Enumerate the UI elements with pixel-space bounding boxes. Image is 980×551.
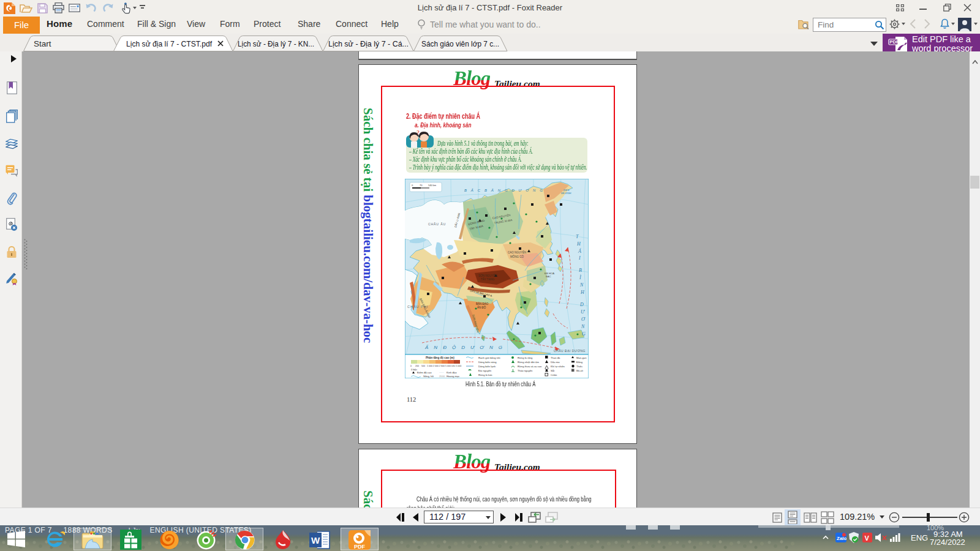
- svg-text:Đài nguyên: Đài nguyên: [478, 369, 492, 372]
- svg-text:Ấ N Đ Ộ D Ư Ơ N G: Ấ N Đ Ộ D Ư Ơ N G: [424, 345, 504, 350]
- svg-text:Sắt: Sắt: [551, 369, 555, 372]
- svg-text:Lịch sử - Địa lý 7 - KN...: Lịch sử - Địa lý 7 - KN...: [238, 39, 314, 48]
- svg-text:500: 500: [421, 365, 425, 367]
- svg-text:140 km: 140 km: [428, 184, 437, 187]
- svg-text:CHÂU ĐẠI DƯƠNG: CHÂU ĐẠI DƯƠNG: [554, 349, 586, 353]
- svg-text:BẮC: BẮC: [546, 275, 551, 278]
- svg-text:70: 70: [420, 184, 423, 187]
- svg-text:Hoang mạc: Hoang mạc: [447, 375, 459, 378]
- svg-text:Than đá: Than đá: [551, 356, 560, 359]
- svg-text:Thiếc: Thiếc: [576, 365, 582, 368]
- svg-text:~~~: ~~~: [439, 371, 444, 374]
- svg-text:Ì: Ì: [579, 274, 581, 280]
- svg-text:2000: 2000: [439, 375, 445, 378]
- svg-text:T: T: [576, 234, 579, 239]
- svg-text:0 bậc: 0 bậc: [411, 368, 417, 371]
- svg-text:Phân tầng độ cao (m): Phân tầng độ cao (m): [426, 356, 454, 359]
- svg-text:Rừng nhiệt đới ẩm: Rừng nhiệt đới ẩm: [518, 361, 539, 364]
- svg-text:Thảo nguyên: Thảo nguyên: [518, 369, 533, 372]
- svg-text:Khí tự nhiên: Khí tự nhiên: [551, 365, 565, 368]
- svg-text:?: ?: [417, 129, 420, 136]
- svg-text:D: D: [579, 302, 584, 307]
- svg-text:Á: Á: [578, 248, 581, 254]
- svg-text:Sách giáo viên lớp 7 c...: Sách giáo viên lớp 7 c...: [421, 39, 499, 48]
- svg-text:2 000: 2 000: [433, 365, 439, 367]
- svg-text:PDF: PDF: [354, 544, 366, 550]
- svg-text:B Ắ C B Ă N G D Ư Ơ N G: B Ắ C B Ă N G D Ư Ơ N G: [464, 188, 544, 192]
- svg-text:B: B: [579, 268, 582, 273]
- svg-text:Rừng thưa và xa van: Rừng thưa và xa van: [518, 365, 542, 368]
- svg-text:Ranh giới băng trôi: Ranh giới băng trôi: [478, 356, 500, 359]
- svg-text:5 000: 5 000: [445, 365, 451, 367]
- svg-text:CAO NGUYÊN: CAO NGUYÊN: [508, 250, 526, 254]
- svg-text:G: G: [582, 331, 586, 337]
- svg-text:MÔNG CỔ: MÔNG CỔ: [510, 255, 524, 258]
- svg-text:ẤN ĐỘ: ẤN ĐỘ: [477, 305, 486, 309]
- svg-text:W: W: [311, 535, 320, 545]
- svg-text:BÊ-RINH: BÊ-RINH: [561, 192, 571, 195]
- svg-text:Rừng lá rộng: Rừng lá rộng: [518, 356, 533, 359]
- svg-text:Lịch sử địa lí 7 - CTST.pdf: Lịch sử địa lí 7 - CTST.pdf: [126, 39, 212, 48]
- svg-text:N: N: [579, 282, 584, 288]
- svg-text:CHÂU ÂU: CHÂU ÂU: [428, 222, 446, 226]
- svg-text:Điểm độ cao: Điểm độ cao: [417, 371, 432, 374]
- svg-text:1 000: 1 000: [427, 365, 432, 367]
- svg-text:Đồng: Đồng: [576, 361, 583, 364]
- svg-text:V: V: [865, 534, 870, 542]
- svg-text:Man-gan: Man-gan: [576, 356, 587, 359]
- svg-text:Dầu mỏ: Dầu mỏ: [551, 361, 560, 364]
- svg-text:0: 0: [410, 365, 412, 367]
- svg-text:Lịch sử - Địa lý 7 - Cá...: Lịch sử - Địa lý 7 - Cá...: [328, 39, 409, 48]
- svg-text:SƠN NGUYÊN: SƠN NGUYÊN: [478, 273, 497, 277]
- svg-text:Start: Start: [34, 39, 51, 48]
- svg-text:Ư: Ư: [581, 309, 585, 315]
- svg-text:N: N: [581, 324, 585, 329]
- svg-text:Dòng biển nóng: Dòng biển nóng: [478, 361, 497, 364]
- svg-text:PDF: PDF: [890, 39, 899, 45]
- svg-text:BÁN ĐẢO: BÁN ĐẢO: [476, 302, 489, 305]
- svg-text:Sông, hồ: Sông, hồ: [423, 375, 434, 378]
- svg-text:2 600: 2 600: [439, 365, 445, 367]
- svg-text:TÂY TẠNG: TÂY TẠNG: [481, 277, 495, 281]
- svg-text:I: I: [578, 255, 581, 261]
- svg-text:Rừng lá kim: Rừng lá kim: [478, 373, 492, 377]
- svg-text:Crôm: Crôm: [551, 373, 557, 377]
- svg-text:trên 5 000: trên 5 000: [451, 365, 461, 367]
- svg-text:Dòng biển lạnh: Dòng biển lạnh: [478, 365, 496, 368]
- svg-text:200: 200: [415, 365, 419, 367]
- svg-text:Bô-xít: Bô-xít: [576, 369, 584, 372]
- svg-text:Kinh đào: Kinh đào: [447, 371, 457, 374]
